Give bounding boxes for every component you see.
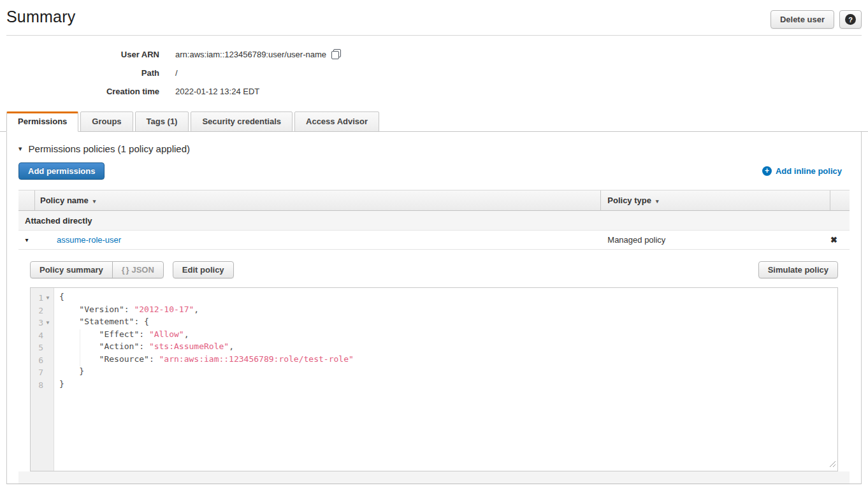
- help-icon: ?: [845, 14, 856, 25]
- indent-guide: [80, 329, 80, 366]
- sort-caret-icon: ▾: [93, 197, 96, 205]
- simulate-policy-button[interactable]: Simulate policy: [758, 261, 838, 278]
- edit-policy-button[interactable]: Edit policy: [173, 261, 234, 278]
- row-expand-icon[interactable]: ▾: [25, 236, 28, 243]
- section-title: Permissions policies (1 policy applied): [29, 143, 190, 154]
- header-actions: Delete user ?: [770, 10, 862, 29]
- policy-name-link[interactable]: assume-role-user: [57, 235, 121, 245]
- editor-gutter: 1▼ 2 3▼ 4 5 6 7 8: [31, 288, 54, 471]
- sort-caret-icon: ▾: [656, 197, 659, 205]
- page-title: Summary: [6, 8, 75, 26]
- policies-table: Policy name ▾ Policy type ▾ Attached dir…: [18, 190, 850, 484]
- permissions-policies-section-header[interactable]: ▾ Permissions policies (1 policy applied…: [18, 143, 850, 154]
- braces-icon: { }: [122, 265, 129, 275]
- add-inline-policy-link[interactable]: + Add inline policy: [762, 166, 842, 176]
- add-permissions-button[interactable]: Add permissions: [18, 162, 105, 180]
- table-footer-strip: [18, 471, 850, 484]
- path-value: /: [175, 68, 178, 78]
- editor-resize-handle[interactable]: [829, 460, 836, 470]
- section-collapse-icon: ▾: [18, 145, 22, 153]
- path-label: Path: [0, 68, 159, 78]
- column-header-policy-name[interactable]: Policy name ▾: [35, 190, 601, 210]
- page-header: Summary Delete user ?: [0, 0, 868, 29]
- column-header-policy-type[interactable]: Policy type ▾: [601, 190, 830, 210]
- permissions-tab-panel: ▾ Permissions policies (1 policy applied…: [6, 132, 862, 484]
- tab-security-credentials[interactable]: Security credentials: [191, 111, 293, 132]
- detail-row-user-arn: User ARN arn:aws:iam::123456789:user/use…: [0, 45, 868, 64]
- header-remove-cell: [830, 190, 850, 210]
- policy-summary-button[interactable]: Policy summary: [30, 261, 113, 278]
- editor-code-area: { "Version": "2012-10-17", "Statement": …: [54, 288, 837, 471]
- help-button[interactable]: ?: [839, 10, 862, 29]
- fold-icon[interactable]: ▼: [43, 295, 52, 301]
- table-row-policy: ▾ assume-role-user Managed policy ✖: [18, 231, 850, 250]
- json-button[interactable]: { } JSON: [112, 261, 164, 278]
- user-details: User ARN arn:aws:iam::123456789:user/use…: [0, 45, 868, 101]
- plus-icon: +: [762, 166, 772, 176]
- copy-icon[interactable]: [331, 49, 341, 59]
- tab-tags[interactable]: Tags (1): [135, 111, 189, 132]
- header-divider: [6, 35, 862, 36]
- detail-row-path: Path /: [0, 64, 868, 82]
- policy-actions-row: Add permissions + Add inline policy: [18, 162, 850, 180]
- creation-time-label: Creation time: [0, 87, 159, 96]
- creation-time-value: 2022-01-12 13:24 EDT: [175, 87, 259, 96]
- detail-row-creation-time: Creation time 2022-01-12 13:24 EDT: [0, 82, 868, 101]
- header-spacer-cell: [18, 190, 35, 210]
- policy-view-segmented-control: Policy summary { } JSON: [30, 261, 164, 278]
- group-row-attached-directly: Attached directly: [18, 211, 850, 231]
- tab-access-advisor[interactable]: Access Advisor: [294, 111, 379, 132]
- policy-type-value: Managed policy: [601, 235, 830, 245]
- delete-user-button[interactable]: Delete user: [770, 10, 834, 29]
- remove-policy-icon[interactable]: ✖: [830, 235, 837, 245]
- user-arn-label: User ARN: [0, 50, 159, 59]
- tab-bar: Permissions Groups Tags (1) Security cre…: [0, 111, 868, 132]
- fold-icon[interactable]: ▼: [43, 320, 52, 326]
- policies-table-header: Policy name ▾ Policy type ▾: [18, 190, 850, 211]
- user-arn-value: arn:aws:iam::123456789:user/user-name: [175, 50, 326, 59]
- policy-detail-buttons: Policy summary { } JSON Edit policy Simu…: [30, 261, 838, 278]
- tab-permissions[interactable]: Permissions: [6, 111, 78, 132]
- policy-json-editor[interactable]: 1▼ 2 3▼ 4 5 6 7 8 { "Version": "2012-10-…: [30, 287, 838, 471]
- tab-groups[interactable]: Groups: [80, 111, 133, 132]
- policy-expanded-detail: Policy summary { } JSON Edit policy Simu…: [18, 250, 850, 484]
